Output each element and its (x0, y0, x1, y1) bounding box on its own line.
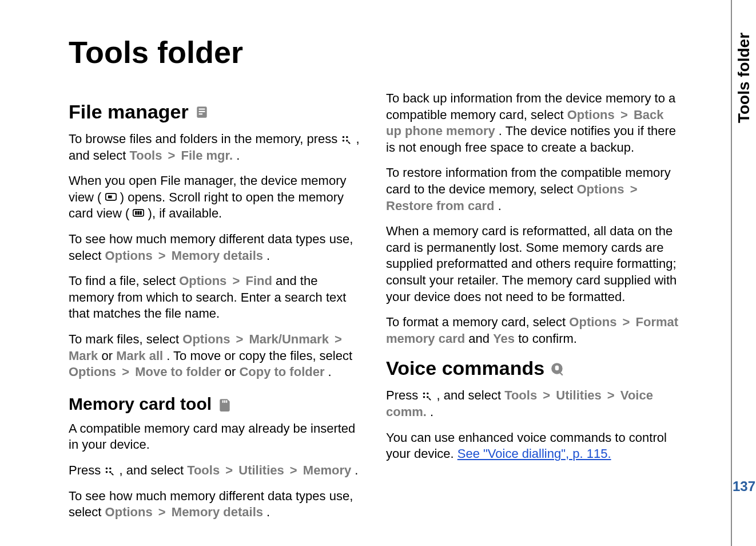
voice-commands-icon (550, 361, 565, 376)
svg-rect-14 (222, 400, 224, 402)
menu-tools: Tools (187, 463, 220, 477)
menu-tools: Tools (504, 388, 537, 402)
svg-point-5 (346, 136, 348, 139)
svg-point-18 (109, 468, 112, 470)
vc-para-2: You can use enhanced voice commands to c… (386, 430, 681, 462)
menu-options: Options (567, 108, 615, 122)
svg-point-24 (423, 396, 425, 398)
svg-rect-12 (138, 211, 140, 215)
menu-mark-all: Mark all (116, 349, 163, 363)
svg-point-19 (106, 471, 108, 473)
two-column-layout: File manager To browse files and folders… (69, 90, 681, 525)
menu-options: Options (105, 248, 153, 263)
mc-para-3: To see how much memory different data ty… (69, 488, 363, 521)
svg-point-6 (343, 140, 345, 142)
memory-card-tool-icon (217, 397, 232, 412)
menu-yes: Yes (493, 331, 515, 346)
menu-memory-details: Memory details (172, 505, 263, 519)
menu-move-to-folder: Move to folder (135, 365, 221, 379)
svg-point-23 (427, 393, 429, 395)
mc-para-7: To format a memory card, select Options … (386, 314, 681, 347)
menu-mark: Mark (69, 349, 98, 363)
menu-restore-from-card: Restore from card (386, 199, 495, 213)
file-manager-icon (194, 105, 209, 120)
svg-rect-9 (108, 195, 112, 198)
menu-key-icon (341, 134, 352, 146)
content-area: Tools folder File manager To browse file… (17, 11, 681, 525)
mc-para-2: Press , and select Tools > Utilities > M… (69, 462, 363, 479)
svg-point-20 (109, 471, 112, 473)
memory-card-icon (133, 209, 144, 220)
menu-options: Options (182, 332, 230, 346)
menu-options: Options (105, 505, 153, 519)
svg-rect-16 (226, 400, 227, 402)
mc-para-5: To restore information from the compatib… (386, 165, 681, 214)
mc-para-4: To back up information from the device m… (386, 90, 681, 156)
heading-voice-commands: Voice commands (386, 357, 681, 379)
fm-para-2: When you open File manager, the device m… (69, 173, 363, 222)
svg-rect-3 (198, 113, 202, 114)
fm-para-5: To mark files, select Options > Mark/Unm… (69, 331, 363, 381)
svg-point-7 (346, 140, 348, 142)
heading-file-manager-text: File manager (69, 101, 189, 123)
svg-point-25 (427, 396, 429, 398)
menu-key-icon (104, 466, 116, 477)
device-memory-icon (105, 193, 117, 204)
fm-para-3: To see how much memory different data ty… (69, 231, 363, 264)
menu-utilities: Utilities (238, 463, 284, 477)
menu-options: Options (569, 315, 616, 329)
side-tab: Tools folder 137 (731, 0, 756, 546)
svg-point-4 (343, 136, 345, 139)
mc-para-1: A compatible memory card may already be … (69, 421, 363, 453)
menu-key-icon (421, 391, 433, 402)
voice-dialling-link[interactable]: See "Voice dialling", p. 115. (457, 446, 611, 461)
page: Tools folder 137 Tools folder File manag… (0, 0, 756, 546)
heading-file-manager: File manager (69, 101, 363, 123)
svg-rect-11 (136, 211, 137, 215)
heading-memory-card-text: Memory card tool (69, 394, 212, 414)
menu-tools: Tools (129, 148, 162, 163)
mc-para-6: When a memory card is reformatted, all d… (386, 223, 681, 305)
svg-rect-1 (198, 108, 205, 109)
svg-rect-2 (198, 110, 205, 112)
svg-rect-15 (224, 400, 225, 402)
svg-point-22 (423, 393, 425, 395)
svg-point-17 (106, 468, 108, 470)
side-tab-label: Tools folder (735, 33, 753, 123)
menu-mark-unmark: Mark/Unmark (249, 332, 329, 346)
page-number: 137 (733, 478, 755, 494)
menu-options: Options (69, 365, 116, 379)
menu-memory-details: Memory details (172, 248, 263, 263)
heading-memory-card: Memory card tool (69, 394, 363, 414)
menu-memory: Memory (303, 463, 351, 477)
menu-utilities: Utilities (556, 388, 601, 402)
heading-voice-commands-text: Voice commands (386, 357, 544, 379)
menu-copy-to-folder: Copy to folder (239, 365, 324, 379)
svg-rect-13 (140, 211, 142, 215)
page-title: Tools folder (69, 34, 681, 70)
vc-para-1: Press , and select Tools > Utilities > V… (386, 387, 681, 420)
menu-options: Options (576, 182, 624, 196)
menu-options: Options (179, 274, 226, 288)
menu-file-mgr: File mgr. (181, 148, 233, 163)
menu-find: Find (245, 274, 272, 288)
fm-para-4: To find a file, select Options > Find an… (69, 273, 363, 322)
fm-para-1: To browse files and folders in the memor… (69, 131, 363, 164)
